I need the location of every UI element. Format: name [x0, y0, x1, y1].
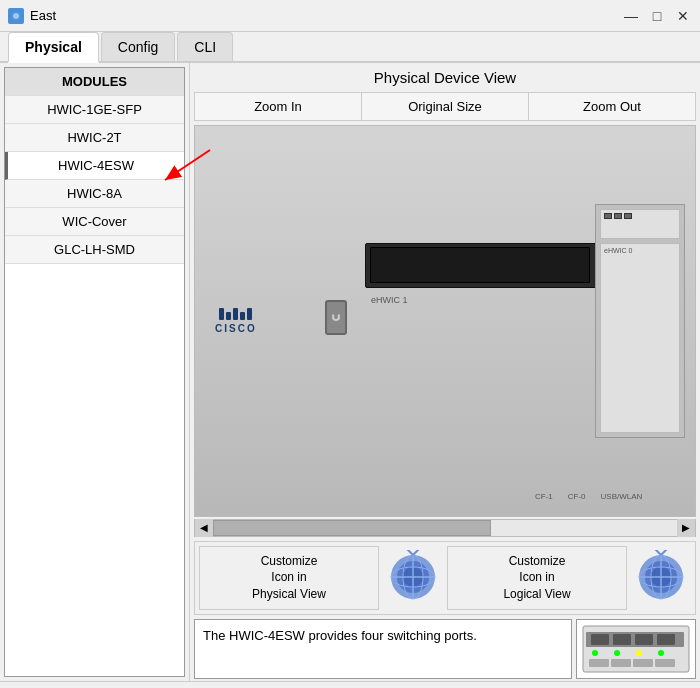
svg-rect-32: [589, 659, 609, 667]
title-bar: East — □ ✕: [0, 0, 700, 32]
tab-cli[interactable]: CLI: [177, 32, 233, 61]
tab-physical[interactable]: Physical: [8, 32, 99, 63]
customize-physical-button[interactable]: Customize Icon in Physical View: [199, 546, 379, 610]
original-size-button[interactable]: Original Size: [362, 93, 529, 120]
module-glc-lh-smd[interactable]: GLC-LH-SMD: [5, 236, 184, 264]
right-panel: Physical Device View Zoom In Original Si…: [190, 63, 700, 681]
svg-line-3: [165, 150, 185, 180]
module-list: MODULES HWIC-1GE-SFP HWIC-2T HWIC-4ESW: [4, 67, 185, 677]
module-hwic-2t[interactable]: HWIC-2T: [5, 124, 184, 152]
zoom-in-button[interactable]: Zoom In: [195, 93, 362, 120]
svg-rect-25: [613, 634, 631, 645]
svg-point-30: [636, 650, 642, 656]
svg-rect-26: [635, 634, 653, 645]
tab-config[interactable]: Config: [101, 32, 175, 61]
svg-rect-35: [655, 659, 675, 667]
left-panel: MODULES HWIC-1GE-SFP HWIC-2T HWIC-4ESW: [0, 63, 190, 681]
close-button[interactable]: ✕: [674, 7, 692, 25]
title-bar-left: East: [8, 8, 56, 24]
module-hwic-4esw[interactable]: HWIC-4ESW: [5, 152, 184, 180]
svg-point-31: [658, 650, 664, 656]
router-icon-physical: [383, 548, 443, 608]
scroll-track[interactable]: [213, 520, 677, 536]
slot-label-1: eHWIC 1: [371, 295, 408, 305]
module-thumbnail: [576, 619, 696, 679]
description-text: The HWIC-4ESW provides four switching po…: [194, 619, 572, 679]
module-hwic-1ge-sfp[interactable]: HWIC-1GE-SFP: [5, 96, 184, 124]
svg-point-29: [614, 650, 620, 656]
window-controls: — □ ✕: [622, 7, 692, 25]
device-view-title: Physical Device View: [190, 63, 700, 92]
description-area: The HWIC-4ESW provides four switching po…: [194, 619, 696, 679]
scroll-thumb[interactable]: [213, 520, 491, 536]
modules-header: MODULES: [5, 68, 184, 96]
bottom-bar: Top CSDN @临风.: [0, 681, 700, 688]
router-icon-logical: [631, 548, 691, 608]
svg-line-21: [661, 550, 668, 555]
svg-point-1: [13, 13, 19, 19]
svg-rect-33: [611, 659, 631, 667]
main-content: MODULES HWIC-1GE-SFP HWIC-2T HWIC-4ESW: [0, 63, 700, 681]
maximize-button[interactable]: □: [648, 7, 666, 25]
minimize-button[interactable]: —: [622, 7, 640, 25]
device-hscrollbar[interactable]: ◀ ▶: [194, 519, 696, 537]
module-wic-cover[interactable]: WIC-Cover: [5, 208, 184, 236]
svg-rect-34: [633, 659, 653, 667]
customize-logical-button[interactable]: Customize Icon in Logical View: [447, 546, 627, 610]
customize-row: Customize Icon in Physical View: [194, 541, 696, 615]
zoom-controls: Zoom In Original Size Zoom Out: [194, 92, 696, 121]
module-hwic-8a[interactable]: HWIC-8A: [5, 180, 184, 208]
svg-rect-24: [591, 634, 609, 645]
window-title: East: [30, 8, 56, 23]
device-image-area: CISCO eHWIC 1: [194, 125, 696, 517]
svg-line-11: [406, 550, 413, 555]
tabs-row: Physical Config CLI: [0, 32, 700, 63]
zoom-out-button[interactable]: Zoom Out: [529, 93, 695, 120]
scroll-right-arrow[interactable]: ▶: [677, 519, 695, 537]
svg-line-12: [413, 550, 420, 555]
svg-point-28: [592, 650, 598, 656]
svg-line-20: [654, 550, 661, 555]
scroll-left-arrow[interactable]: ◀: [195, 519, 213, 537]
app-icon: [8, 8, 24, 24]
svg-rect-27: [657, 634, 675, 645]
